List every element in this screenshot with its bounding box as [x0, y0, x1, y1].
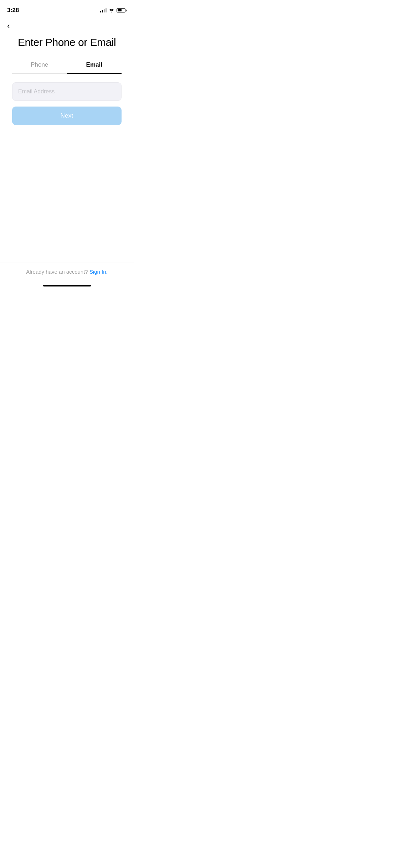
sign-in-link[interactable]: Sign In. — [89, 269, 108, 275]
back-chevron-icon: ‹ — [7, 21, 10, 30]
wifi-icon — [109, 8, 114, 12]
next-button[interactable]: Next — [12, 107, 122, 125]
bottom-area: Already have an account? Sign In. — [0, 263, 134, 289]
home-bar — [43, 285, 91, 286]
tab-phone[interactable]: Phone — [12, 57, 67, 73]
status-time: 3:28 — [7, 7, 19, 14]
battery-icon — [117, 8, 127, 12]
tab-email[interactable]: Email — [67, 57, 122, 73]
already-have-account-text: Already have an account? — [26, 269, 88, 275]
home-indicator — [0, 282, 134, 289]
status-bar: 3:28 — [0, 0, 134, 16]
signal-icon — [100, 8, 107, 12]
page-title: Enter Phone or Email — [0, 33, 134, 57]
back-button[interactable]: ‹ — [0, 16, 134, 33]
email-input[interactable] — [12, 82, 122, 101]
tabs-container: Phone Email — [12, 57, 122, 74]
sign-in-section: Already have an account? Sign In. — [0, 263, 134, 282]
status-icons — [100, 8, 127, 12]
form-area: Next — [0, 74, 134, 125]
